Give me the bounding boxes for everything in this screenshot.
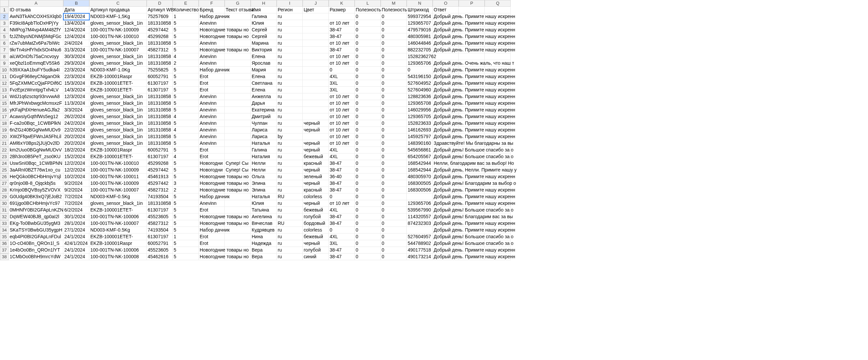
cell-B5[interactable]: 12/4/2024 bbox=[63, 33, 89, 40]
cell-O31[interactable]: Добрый день! Большое спасибо за о bbox=[433, 207, 459, 214]
cell-C3[interactable]: gloves_sensor_black_1in bbox=[89, 20, 147, 27]
cell-A4[interactable]: NMPcg7M4vp4AM48ZfY bbox=[9, 27, 63, 33]
cell-O30[interactable]: Добрый день. Примите нашу искренн bbox=[433, 200, 459, 207]
cell-L4[interactable]: 0 bbox=[355, 27, 381, 33]
cell-F3[interactable]: Anevinn bbox=[199, 20, 225, 27]
cell-L29[interactable]: 0 bbox=[355, 194, 381, 200]
row-header-36[interactable]: 36 bbox=[0, 240, 9, 247]
cell-K8[interactable]: от 10 лет bbox=[329, 53, 355, 60]
cell-F10[interactable]: Набор дачник bbox=[199, 67, 225, 74]
cell-O36[interactable]: Добрый день! Большое спасибо за о bbox=[433, 240, 459, 247]
header-cell[interactable]: Размер bbox=[329, 7, 355, 13]
spreadsheet-grid[interactable]: ABCDEFGHIJKLMNOPQ1ID отзываДатаАртикул п… bbox=[0, 0, 868, 260]
cell-G36[interactable] bbox=[225, 240, 251, 247]
cell-G3[interactable] bbox=[225, 20, 251, 27]
cell-M7[interactable]: 0 bbox=[381, 47, 407, 53]
cell-M27[interactable]: 0 bbox=[381, 180, 407, 187]
cell-J21[interactable]: черный bbox=[303, 140, 329, 147]
cell-N8[interactable]: 15282362762 bbox=[407, 53, 433, 60]
cell-C22[interactable]: EKZB-100001Raspr bbox=[89, 147, 147, 154]
cell-L34[interactable]: 0 bbox=[355, 227, 381, 233]
cell-A16[interactable]: yKFajPdXHenueAGJfa2 bbox=[9, 107, 63, 113]
cell-B38[interactable]: 24/1/2024 bbox=[63, 254, 89, 260]
cell-A6[interactable]: rZw7ubMatZv6Pa7bIWc bbox=[9, 40, 63, 47]
row-header-21[interactable]: 21 bbox=[0, 140, 9, 147]
row-header-6[interactable]: 6 bbox=[0, 40, 9, 47]
cell-C6[interactable]: gloves_sensor_black_1in bbox=[89, 40, 147, 47]
cell-G16[interactable] bbox=[225, 107, 251, 113]
cell-G20[interactable] bbox=[225, 134, 251, 140]
cell-F17[interactable]: Anevinn bbox=[199, 113, 225, 120]
header-cell[interactable]: Цвет bbox=[303, 7, 329, 13]
cell-D15[interactable]: 181310858 bbox=[147, 100, 173, 107]
cell-A18[interactable]: F-ca2o0Bqc_1CWBPlkN bbox=[9, 120, 63, 127]
cell-E34[interactable]: 5 bbox=[173, 227, 199, 233]
cell-J3[interactable] bbox=[303, 20, 329, 27]
cell-N33[interactable]: 874232303 bbox=[407, 220, 433, 227]
cell-E11[interactable]: 5 bbox=[173, 74, 199, 80]
cell-E3[interactable]: 5 bbox=[173, 20, 199, 27]
cell-I11[interactable]: ru bbox=[277, 74, 303, 80]
cell-N26[interactable]: 480305970 bbox=[407, 173, 433, 180]
cell-N3[interactable]: 129365707 bbox=[407, 20, 433, 27]
cell-L21[interactable]: 0 bbox=[355, 140, 381, 147]
cell-J2[interactable] bbox=[303, 13, 329, 20]
col-header-F[interactable]: F bbox=[199, 0, 225, 7]
cell-N37[interactable]: 490177518 bbox=[407, 247, 433, 254]
row-header-18[interactable]: 18 bbox=[0, 120, 9, 127]
row-header-7[interactable]: 7 bbox=[0, 47, 9, 53]
cell-B11[interactable]: 22/3/2024 bbox=[63, 74, 89, 80]
cell-D10[interactable]: 75255825 bbox=[147, 67, 173, 74]
cell-H10[interactable]: Мария bbox=[251, 67, 277, 74]
cell-E7[interactable]: 5 bbox=[173, 47, 199, 53]
cell-K10[interactable]: 0 bbox=[329, 67, 355, 74]
cell-E27[interactable]: 3 bbox=[173, 180, 199, 187]
col-header-M[interactable]: M bbox=[381, 0, 407, 7]
cell-Q8[interactable] bbox=[485, 53, 511, 60]
cell-K21[interactable]: от 10 лет bbox=[329, 140, 355, 147]
cell-L33[interactable]: 0 bbox=[355, 220, 381, 227]
cell-K26[interactable]: 36-40 bbox=[329, 173, 355, 180]
cell-J19[interactable]: черный bbox=[303, 127, 329, 134]
cell-H6[interactable]: Марина bbox=[251, 40, 277, 47]
cell-J31[interactable]: бежевый bbox=[303, 207, 329, 214]
cell-B22[interactable]: 18/2/2024 bbox=[63, 147, 89, 154]
cell-I18[interactable]: ru bbox=[277, 120, 303, 127]
cell-K31[interactable]: 4XL bbox=[329, 207, 355, 214]
cell-C27[interactable]: 100-001TN-NK-100009 bbox=[89, 180, 147, 187]
cell-M18[interactable]: 0 bbox=[381, 120, 407, 127]
cell-B21[interactable]: 20/2/2024 bbox=[63, 140, 89, 147]
cell-B16[interactable]: 3/3/2024 bbox=[63, 107, 89, 113]
cell-I17[interactable]: ru bbox=[277, 113, 303, 120]
row-header-38[interactable]: 38 bbox=[0, 254, 9, 260]
cell-E21[interactable]: 5 bbox=[173, 140, 199, 147]
row-header-28[interactable]: 28 bbox=[0, 187, 9, 194]
cell-A10[interactable]: h39XXaA1buFY5udka4I bbox=[9, 67, 63, 74]
cell-L19[interactable]: 0 bbox=[355, 127, 381, 134]
cell-M10[interactable]: 0 bbox=[381, 67, 407, 74]
cell-O2[interactable]: Добрый день. Примите нашу искренн bbox=[433, 13, 459, 20]
cell-N19[interactable]: 146162693 bbox=[407, 127, 433, 134]
cell-I6[interactable]: ru bbox=[277, 40, 303, 47]
cell-D27[interactable]: 45297442 bbox=[147, 180, 173, 187]
cell-N32[interactable]: 114320557 bbox=[407, 214, 433, 220]
cell-D33[interactable]: 45827312 bbox=[147, 220, 173, 227]
cell-O19[interactable]: Добрый день. Примите нашу искренн bbox=[433, 127, 459, 134]
row-header-4[interactable]: 4 bbox=[0, 27, 9, 33]
cell-K23[interactable]: 4XL bbox=[329, 154, 355, 160]
cell-L28[interactable]: 0 bbox=[355, 187, 381, 194]
col-header-L[interactable]: L bbox=[355, 0, 381, 7]
cell-E23[interactable]: 4 bbox=[173, 154, 199, 160]
cell-I22[interactable]: ru bbox=[277, 147, 303, 154]
cell-O22[interactable]: Добрый день! Большое спасибо за о bbox=[433, 147, 459, 154]
header-cell[interactable]: Артикул WB bbox=[147, 7, 173, 13]
cell-N22[interactable]: 545656861 bbox=[407, 147, 433, 154]
cell-C7[interactable]: 100-001TN-NK-100007 bbox=[89, 47, 147, 53]
cell-B13[interactable]: 14/3/2024 bbox=[63, 87, 89, 93]
cell-L11[interactable]: 0 bbox=[355, 74, 381, 80]
cell-E13[interactable]: 5 bbox=[173, 87, 199, 93]
row-header-19[interactable]: 19 bbox=[0, 127, 9, 134]
cell-N31[interactable]: 539567990 bbox=[407, 207, 433, 214]
cell-M20[interactable]: 0 bbox=[381, 134, 407, 140]
cell-C37[interactable]: 100-001TN-NK-100006 bbox=[89, 247, 147, 254]
